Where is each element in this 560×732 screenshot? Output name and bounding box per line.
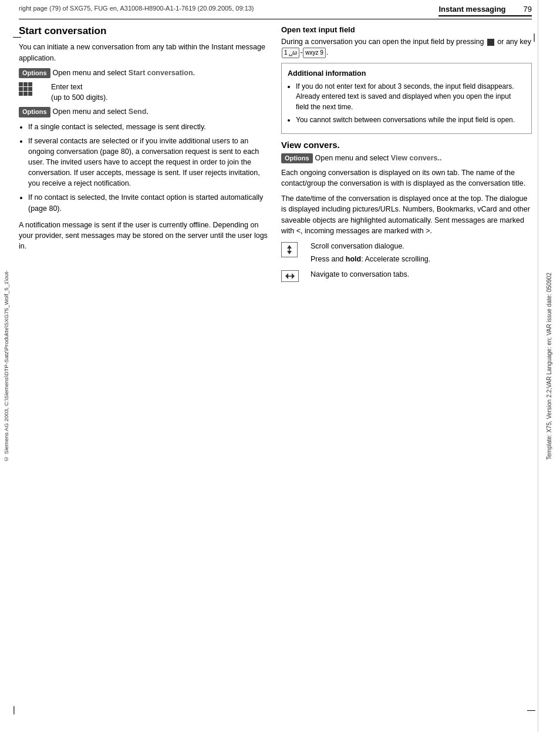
page-mark-bottom-left: |	[13, 705, 15, 714]
nav-text-cell: Navigate to conversation tabs.	[311, 269, 532, 280]
scroll-text: Scroll conversation dialogue.	[311, 241, 532, 251]
page-info: right page (79) of SXG75, FUG en, A31008…	[19, 5, 254, 12]
list-item: If a single contact is selected, message…	[28, 122, 269, 132]
view-section-title: View convers.	[281, 140, 532, 150]
step-enter-text: Enter text(up to 500 digits).	[19, 82, 269, 103]
sidebar-right: Template: X75, Version 2.2;VAR Language:…	[538, 0, 560, 732]
open-field-title: Open text input field	[281, 25, 532, 34]
scroll-hold-text: Press and hold: Accelerate scrolling.	[311, 254, 532, 264]
step-options-view: Options Open menu and select View conver…	[281, 153, 532, 164]
page-mark-top-left: —	[13, 32, 21, 41]
info-box-list: If you do not enter text for about 3 sec…	[288, 82, 525, 126]
grid-cell	[23, 87, 28, 91]
grid-cell	[19, 87, 23, 91]
grid-cell	[28, 92, 32, 96]
view-convers-link: View convers..	[391, 154, 442, 162]
open-field-text-1: During a conversation you can open the i…	[281, 38, 484, 46]
scroll-icon-cell	[281, 241, 311, 257]
scroll-text-cell: Scroll conversation dialogue. Press and …	[311, 241, 532, 264]
nav-icon	[281, 270, 299, 282]
step-text-start: Open menu and select Start conversation.	[53, 68, 269, 79]
grid-cell	[23, 82, 28, 86]
svg-marker-5	[292, 273, 295, 279]
info-item-2: You cannot switch between conversations …	[296, 115, 525, 125]
grid-cell	[19, 82, 23, 86]
list-item: If no contact is selected, the Invite co…	[28, 192, 269, 213]
col-left: Start conversation You can initiate a ne…	[19, 25, 269, 287]
grid-cell	[23, 92, 28, 96]
send-link: Send.	[129, 108, 149, 116]
scroll-row: Scroll conversation dialogue. Press and …	[281, 241, 532, 264]
page-mark-bottom-right: —	[527, 705, 535, 714]
header-right: Instant messaging79	[438, 5, 532, 16]
options-badge-send: Options	[19, 107, 50, 117]
nav-text: Navigate to conversation tabs.	[311, 270, 409, 278]
page-number: 79	[524, 5, 532, 14]
open-field-text-2: or any key	[497, 38, 531, 46]
start-conversation-link: Start conversation.	[129, 69, 195, 77]
grid-cell	[28, 87, 32, 91]
key-black-square	[487, 39, 494, 46]
footer-text: A notification message is sent if the us…	[19, 220, 269, 251]
grid-icon	[19, 82, 32, 96]
bullet-list: If a single contact is selected, message…	[19, 122, 269, 214]
step-icon-options-view: Options	[281, 153, 315, 163]
step-text-view: Open menu and select View convers..	[315, 153, 532, 164]
sidebar-left: © Siemens AG 2003, C:\Siemens\DTP-Satz\P…	[0, 0, 13, 732]
view-text2: The date/time of the conversation is dis…	[281, 193, 532, 236]
info-box: Additional information If you do not ent…	[281, 63, 532, 134]
grid-cell	[28, 82, 32, 86]
options-badge-view: Options	[281, 153, 313, 163]
page-mark-top-right: |	[533, 32, 535, 42]
info-box-title: Additional information	[288, 68, 525, 79]
main-content: right page (79) of SXG75, FUG en, A31008…	[13, 0, 538, 287]
section-name: Instant messaging	[438, 5, 505, 14]
svg-marker-2	[287, 251, 292, 254]
grid-cell	[19, 92, 23, 96]
step-text-enter: Enter text(up to 500 digits).	[51, 82, 269, 103]
svg-marker-0	[287, 245, 292, 249]
step-icon-options-start: Options	[19, 68, 53, 78]
list-item: If several contacts are selected or if y…	[28, 136, 269, 189]
scroll-icon	[281, 242, 298, 257]
nav-icon-cell	[281, 269, 311, 282]
body-columns: Start conversation You can initiate a ne…	[13, 19, 538, 287]
key-9: wxyz 9	[303, 48, 326, 58]
svg-marker-3	[285, 273, 288, 279]
header-bar: right page (79) of SXG75, FUG en, A31008…	[13, 0, 538, 19]
intro-text: You can initiate a new conversation from…	[19, 42, 269, 63]
sidebar-right-text: Template: X75, Version 2.2;VAR Language:…	[545, 273, 553, 460]
open-field-text: During a conversation you can open the i…	[281, 36, 532, 58]
info-item-1: If you do not enter text for about 3 sec…	[296, 82, 525, 112]
key-1: 1 ␣ω	[282, 48, 299, 58]
options-badge-start: Options	[19, 68, 50, 78]
step-icon-grid	[19, 82, 51, 96]
step-options-send: Options Open menu and select Send.	[19, 107, 269, 117]
step-options-start: Options Open menu and select Start conve…	[19, 68, 269, 79]
header-left: right page (79) of SXG75, FUG en, A31008…	[19, 5, 254, 12]
col-right: Open text input field During a conversat…	[281, 25, 532, 287]
step-text-send: Open menu and select Send.	[53, 107, 269, 117]
sidebar-left-text: © Siemens AG 2003, C:\Siemens\DTP-Satz\P…	[3, 270, 9, 462]
view-text: Each ongoing conversation is displayed o…	[281, 167, 532, 189]
nav-svg	[283, 272, 297, 280]
nav-row: Navigate to conversation tabs.	[281, 269, 532, 282]
scroll-svg	[284, 244, 295, 256]
start-conversation-title: Start conversation	[19, 25, 269, 37]
step-icon-options-send: Options	[19, 107, 53, 117]
